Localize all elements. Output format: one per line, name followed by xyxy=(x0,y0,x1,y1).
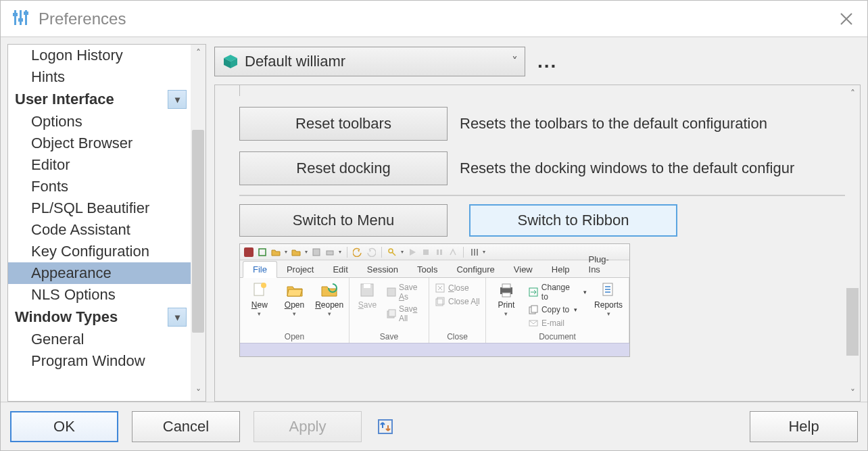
preferences-icon xyxy=(11,9,29,29)
sidebar-category-label: User Interface xyxy=(15,91,114,108)
print-icon xyxy=(496,281,516,300)
ribbon-tab-plugins[interactable]: Plug-Ins xyxy=(579,252,629,277)
svg-rect-11 xyxy=(313,249,320,256)
ribbon-save-as-button[interactable]: Save As xyxy=(385,282,425,302)
ribbon-reopen-button[interactable]: Reopen ▾ xyxy=(314,281,345,317)
save-icon xyxy=(357,281,377,300)
reset-docking-button[interactable]: Reset docking xyxy=(239,151,448,185)
copy-to-icon xyxy=(528,304,539,315)
scroll-up-icon[interactable]: ˄ xyxy=(845,85,860,101)
key-icon xyxy=(387,247,397,257)
ribbon-tab-project[interactable]: Project xyxy=(277,262,323,277)
window-title: Preferences xyxy=(39,9,126,28)
svg-rect-31 xyxy=(502,284,510,288)
sidebar-item-logon-history[interactable]: Logon History xyxy=(8,45,191,66)
svg-rect-17 xyxy=(471,249,473,256)
ribbon-tab-view[interactable]: View xyxy=(504,262,542,277)
folder-open-icon xyxy=(285,281,305,300)
sidebar-item-fonts[interactable]: Fonts xyxy=(8,176,191,197)
ribbon-save-button[interactable]: Save xyxy=(354,281,381,309)
package-icon xyxy=(222,53,239,70)
ribbon-new-button[interactable]: New ▾ xyxy=(244,281,275,317)
svg-rect-15 xyxy=(437,250,439,255)
svg-rect-0 xyxy=(14,10,16,25)
switch-to-menu-button[interactable]: Switch to Menu xyxy=(239,204,448,237)
sidebar-item-general[interactable]: General xyxy=(8,329,191,350)
save-all-icon xyxy=(387,308,396,319)
ribbon-tab-configure[interactable]: Configure xyxy=(447,262,504,277)
scroll-thumb[interactable] xyxy=(846,288,859,356)
sidebar-item-program-window[interactable]: Program Window xyxy=(8,350,191,372)
switch-to-ribbon-button[interactable]: Switch to Ribbon xyxy=(469,204,677,237)
svg-rect-18 xyxy=(474,249,475,256)
ribbon-close-all-button[interactable]: Close All xyxy=(433,295,481,308)
scroll-thumb[interactable] xyxy=(192,130,204,333)
ribbon-tab-edit[interactable]: Edit xyxy=(323,262,357,277)
profile-row: Default williamr ˅ ... xyxy=(214,44,861,79)
redo-icon xyxy=(366,247,376,257)
profile-label: Default williamr xyxy=(245,53,345,70)
sidebar-category-user-interface[interactable]: User Interface ▾ xyxy=(8,88,191,111)
sidebar-item-object-browser[interactable]: Object Browser xyxy=(8,133,191,154)
ribbon-print-button[interactable]: Print ▾ xyxy=(490,281,523,317)
apply-button[interactable]: Apply xyxy=(254,411,362,442)
more-button[interactable]: ... xyxy=(537,51,557,72)
sidebar-category-window-types[interactable]: Window Types ▾ xyxy=(8,306,191,329)
sidebar-item-editor[interactable]: Editor xyxy=(8,154,191,176)
sidebar-item-code-assistant[interactable]: Code Assistant xyxy=(8,219,191,241)
svg-rect-39 xyxy=(605,289,610,290)
quick-access-toolbar: ▾ ▾ ▾ ▾ xyxy=(240,244,629,260)
ok-button[interactable]: OK xyxy=(10,411,118,442)
profile-select[interactable]: Default williamr ˅ xyxy=(214,47,525,76)
ribbon-change-to-button[interactable]: Change to▾ xyxy=(527,282,588,302)
ribbon-reports-button[interactable]: Reports ▾ xyxy=(592,281,625,317)
ribbon-save-all-button[interactable]: Save All xyxy=(385,304,425,324)
ribbon-tab-help[interactable]: Help xyxy=(542,262,579,277)
cancel-button[interactable]: Cancel xyxy=(132,411,240,442)
help-button[interactable]: Help xyxy=(750,411,858,442)
collapse-icon[interactable]: ▾ xyxy=(168,308,187,327)
reset-toolbars-button[interactable]: Reset toolbars xyxy=(239,107,448,141)
stop-icon xyxy=(421,247,431,257)
ribbon-tab-session[interactable]: Session xyxy=(358,262,408,277)
svg-rect-3 xyxy=(13,13,18,16)
import-export-button[interactable] xyxy=(375,417,395,437)
pause-icon xyxy=(435,247,444,257)
ribbon-email-button[interactable]: E-mail xyxy=(527,317,588,329)
sidebar-item-appearance[interactable]: Appearance xyxy=(8,262,191,284)
reset-docking-description: Resets the docking windows to the defaul… xyxy=(460,160,794,177)
sidebar-item-plsql-beautifier[interactable]: PL/SQL Beautifier xyxy=(8,197,191,219)
ribbon-open-button[interactable]: Open ▾ xyxy=(279,281,310,317)
svg-rect-35 xyxy=(531,306,537,312)
open-icon xyxy=(271,247,281,257)
collapse-icon[interactable]: ▾ xyxy=(168,90,187,109)
scroll-down-icon[interactable]: ˅ xyxy=(191,385,206,401)
sidebar-scrollbar[interactable]: ˄ ˅ xyxy=(191,45,206,401)
ribbon-statusbar xyxy=(240,343,629,356)
sidebar-item-nls-options[interactable]: NLS Options xyxy=(8,284,191,306)
chevron-down-icon: ˅ xyxy=(512,54,518,69)
svg-rect-23 xyxy=(364,284,370,288)
sidebar-item-options[interactable]: Options xyxy=(8,111,191,133)
ribbon-copy-to-button[interactable]: Copy to▾ xyxy=(527,304,588,316)
svg-rect-4 xyxy=(18,18,23,22)
content-scrollbar[interactable]: ˄ ˅ xyxy=(845,85,860,401)
ribbon-tab-tools[interactable]: Tools xyxy=(408,262,447,277)
ribbon-group-document-label: Document xyxy=(490,332,625,343)
sliders-icon xyxy=(469,247,479,257)
scroll-up-icon[interactable]: ˄ xyxy=(191,45,206,61)
svg-rect-16 xyxy=(440,250,442,255)
scroll-down-icon[interactable]: ˅ xyxy=(845,385,860,401)
sidebar-item-hints[interactable]: Hints xyxy=(8,66,191,88)
sidebar-item-key-configuration[interactable]: Key Configuration xyxy=(8,241,191,262)
ribbon-group-open-label: Open xyxy=(244,332,345,343)
folder-reopen-icon xyxy=(319,281,339,300)
close-button[interactable] xyxy=(836,9,857,29)
ribbon-close-button[interactable]: Close xyxy=(433,282,481,294)
new-file-icon xyxy=(249,281,270,300)
ribbon-group-save-label: Save xyxy=(354,332,425,343)
app-icon xyxy=(244,247,254,257)
ribbon-tab-file[interactable]: File xyxy=(243,261,277,278)
category-tree: Logon History Hints User Interface ▾ Opt… xyxy=(8,45,191,401)
svg-rect-40 xyxy=(605,291,610,293)
